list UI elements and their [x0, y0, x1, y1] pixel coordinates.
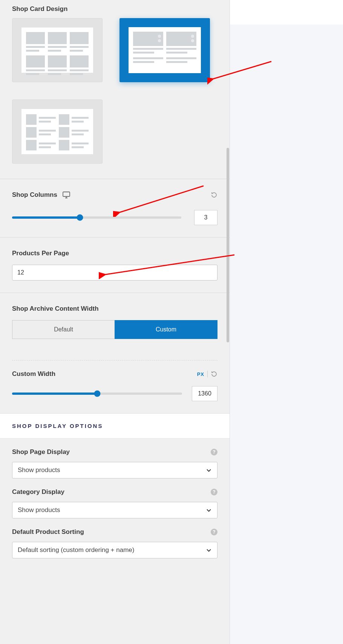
category-display-block: Category Display ? Show products	[0, 478, 230, 518]
category-display-select[interactable]: Show products	[12, 502, 217, 518]
shop-columns-block: Shop Columns 3	[0, 179, 230, 237]
reset-icon[interactable]	[211, 192, 217, 198]
svg-rect-0	[63, 192, 70, 196]
desktop-icon[interactable]	[63, 192, 70, 198]
shop-columns-value[interactable]: 3	[194, 210, 217, 225]
shop-columns-slider[interactable]	[12, 216, 181, 219]
shop-columns-label: Shop Columns	[12, 191, 57, 199]
shop-page-display-block: Shop Page Display ? Show products	[0, 439, 230, 478]
chevron-down-icon	[206, 507, 212, 513]
default-sorting-block: Default Product Sorting ? Default sortin…	[0, 518, 230, 558]
shop-page-display-value: Show products	[18, 466, 60, 474]
products-per-page-input[interactable]	[12, 265, 217, 281]
category-display-label: Category Display	[12, 488, 64, 496]
card-design-option-2[interactable]	[119, 18, 210, 82]
archive-width-default-button[interactable]: Default	[12, 320, 115, 339]
customizer-panel: Shop Card Design	[0, 0, 230, 644]
default-sorting-value: Default sorting (custom ordering + name)	[18, 546, 134, 554]
custom-width-block: Custom Width PX 1360	[0, 360, 230, 413]
products-per-page-label: Products Per Page	[12, 250, 217, 257]
separator	[207, 371, 208, 377]
archive-width-custom-button[interactable]: Custom	[115, 320, 217, 339]
category-display-value: Show products	[18, 506, 60, 514]
archive-width-label: Shop Archive Content Width	[12, 305, 217, 313]
default-sorting-label: Default Product Sorting	[12, 528, 84, 536]
help-icon[interactable]: ?	[211, 529, 217, 535]
custom-width-slider[interactable]	[12, 393, 182, 395]
shop-page-display-label: Shop Page Display	[12, 448, 70, 456]
chevron-down-icon	[206, 547, 212, 553]
archive-width-toggle: Default Custom	[12, 320, 217, 339]
custom-width-unit[interactable]: PX	[197, 371, 204, 377]
shop-card-design-label: Shop Card Design	[0, 0, 230, 18]
help-icon[interactable]: ?	[211, 449, 217, 455]
custom-width-label: Custom Width	[12, 370, 55, 378]
shop-display-options-heading: SHOP DISPLAY OPTIONS	[0, 413, 230, 439]
chevron-down-icon	[206, 467, 212, 473]
custom-width-value[interactable]: 1360	[192, 386, 217, 401]
shop-card-design-options	[0, 18, 230, 179]
help-icon[interactable]: ?	[211, 489, 217, 495]
scrollbar-thumb[interactable]	[227, 148, 229, 342]
card-design-option-3[interactable]	[12, 100, 103, 164]
default-sorting-select[interactable]: Default sorting (custom ordering + name)	[12, 542, 217, 558]
card-design-option-1[interactable]	[12, 18, 103, 82]
shop-page-display-select[interactable]: Show products	[12, 462, 217, 478]
archive-width-block: Shop Archive Content Width Default Custo…	[0, 293, 230, 350]
reset-icon[interactable]	[211, 371, 217, 377]
products-per-page-block: Products Per Page	[0, 238, 230, 293]
